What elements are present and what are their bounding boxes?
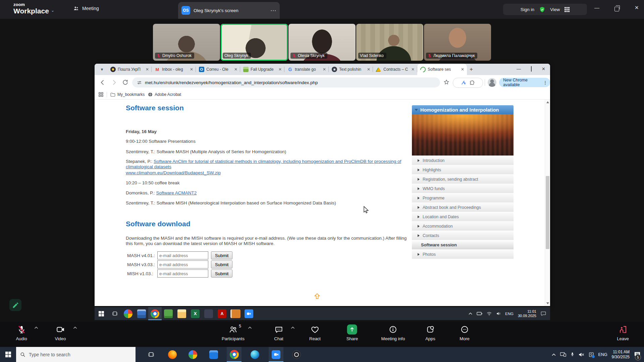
- remote-app-monitor-icon[interactable]: [121, 307, 135, 320]
- remote-app-zoom-icon[interactable]: [242, 307, 256, 320]
- email-field[interactable]: [157, 260, 208, 268]
- budapest-zip-link[interactable]: www.climahom.eu/Download/Budapest_SW.zip: [126, 170, 221, 175]
- sidebar-item-registration[interactable]: Registration, sending abstract: [412, 175, 514, 184]
- remote-language-indicator[interactable]: ENG: [505, 312, 514, 316]
- scrollbar-thumb[interactable]: [546, 176, 549, 249]
- anclim-link[interactable]: Software AnClim for tutorial of statisti…: [126, 159, 401, 169]
- acmant2-link[interactable]: Software ACMANT2: [156, 190, 197, 195]
- reload-icon[interactable]: [122, 79, 128, 85]
- taskbar-app-obs-icon[interactable]: [289, 347, 304, 362]
- sign-in-button[interactable]: Sign in: [521, 7, 534, 12]
- sidebar-item-abstract-book[interactable]: Abstract book and Proceedings: [412, 203, 514, 212]
- react-button[interactable]: React: [309, 324, 321, 341]
- start-button[interactable]: [0, 347, 16, 362]
- tab-search-chevron-icon[interactable]: ▼: [98, 65, 106, 73]
- sidebar-item-introduction[interactable]: Introduction: [412, 156, 514, 165]
- video-button[interactable]: Video: [55, 324, 66, 341]
- remote-app-excel-icon[interactable]: X: [189, 307, 202, 320]
- new-chrome-available-button[interactable]: New Chrome available ⋮: [499, 78, 550, 87]
- submit-button[interactable]: Submit: [211, 269, 232, 278]
- more-button[interactable]: More: [460, 324, 470, 341]
- close-tab-icon[interactable]: ✕: [411, 67, 415, 72]
- browser-close-button[interactable]: ✕: [542, 66, 545, 71]
- email-field[interactable]: [157, 251, 208, 259]
- browser-tab[interactable]: Пошта УкрП ✕: [107, 64, 152, 75]
- tray-chevron-icon[interactable]: [552, 353, 556, 356]
- bookmark-folder[interactable]: My_bookmarks: [110, 92, 145, 97]
- remote-clock[interactable]: 11:01 30.09.2025: [518, 309, 536, 318]
- tray-sync-icon[interactable]: [589, 352, 594, 357]
- chat-options-chevron-icon[interactable]: [291, 326, 295, 329]
- submit-button[interactable]: Submit: [211, 251, 232, 259]
- remote-file-explorer-icon[interactable]: [175, 307, 189, 320]
- remote-notifications-icon[interactable]: [541, 311, 546, 316]
- taskbar-app-edge-icon[interactable]: [248, 347, 262, 362]
- video-tile[interactable]: Dmytro Oshurok: [153, 24, 220, 61]
- remote-app-notebook-icon[interactable]: [229, 307, 242, 320]
- site-settings-icon[interactable]: [137, 80, 142, 85]
- sidebar-item-software-session-active[interactable]: Software session: [412, 240, 514, 249]
- browser-tab-active[interactable]: Software ses ✕: [417, 64, 467, 75]
- video-tile[interactable]: Vlad Sidenko: [356, 24, 423, 61]
- language-indicator[interactable]: ENG: [598, 352, 607, 357]
- remote-app-save-icon[interactable]: [135, 307, 148, 320]
- remote-battery-icon[interactable]: [477, 312, 482, 315]
- chat-button[interactable]: Chat: [274, 324, 283, 341]
- tray-mic-icon[interactable]: [571, 352, 574, 357]
- task-view-button[interactable]: [144, 347, 158, 362]
- browser-menu-icon[interactable]: ⋮: [543, 80, 547, 85]
- apps-grid-icon[interactable]: [99, 92, 103, 97]
- submit-button[interactable]: Submit: [211, 260, 232, 268]
- email-field[interactable]: [157, 269, 208, 278]
- video-options-chevron-icon[interactable]: [73, 326, 77, 329]
- tray-volume-muted-icon[interactable]: [579, 352, 584, 357]
- new-tab-button[interactable]: +: [470, 66, 473, 73]
- sidebar-item-accommodation[interactable]: Accommodation: [412, 222, 514, 231]
- video-tile[interactable]: Людмила Паламарчук: [424, 24, 491, 61]
- audio-options-chevron-icon[interactable]: [35, 326, 38, 329]
- sidebar-item-highlights[interactable]: Highlights: [412, 165, 514, 174]
- audio-button[interactable]: Audio: [16, 324, 27, 341]
- close-tab-icon[interactable]: ✕: [145, 67, 150, 72]
- extensions-puzzle-icon[interactable]: [470, 80, 475, 86]
- workspace-chevron-down-icon[interactable]: ⌄: [51, 8, 54, 13]
- profile-avatar[interactable]: [488, 78, 496, 87]
- sidebar-item-wmo-funds[interactable]: WMO funds: [412, 184, 514, 193]
- remote-app-notes-icon[interactable]: [162, 307, 175, 320]
- remote-app-acrobat-icon[interactable]: A: [215, 307, 229, 320]
- remote-start-button[interactable]: [95, 307, 108, 320]
- taskbar-app-chrome-icon[interactable]: [227, 347, 241, 362]
- browser-minimize-button[interactable]: —: [517, 66, 521, 71]
- forward-icon[interactable]: [111, 79, 117, 86]
- remote-app-chrome-icon[interactable]: [148, 307, 162, 320]
- close-tab-icon[interactable]: ✕: [322, 67, 327, 72]
- close-tab-icon[interactable]: ✕: [278, 67, 282, 72]
- sidebar-header[interactable]: Homogenization and Interpolation: [412, 105, 514, 114]
- view-button[interactable]: View: [550, 7, 560, 12]
- share-button[interactable]: Share: [346, 324, 358, 341]
- browser-tab[interactable]: M Inbox - oleg ✕: [152, 64, 196, 75]
- taskbar-app-zoom-icon[interactable]: [269, 347, 283, 362]
- video-tile[interactable]: Olesia Skrynyk: [288, 24, 356, 61]
- tray-display-icon[interactable]: [560, 352, 566, 357]
- taskbar-app-photos-icon[interactable]: [185, 347, 200, 362]
- performance-icon[interactable]: [461, 80, 466, 85]
- video-tile-active-speaker[interactable]: Oleg Skrynyk: [221, 24, 288, 61]
- security-shield-icon[interactable]: [539, 6, 545, 13]
- restore-window-button[interactable]: [614, 7, 619, 11]
- tab-meeting[interactable]: Meeting: [73, 5, 99, 11]
- address-bar[interactable]: met.hu/en/rolunk/rendezvenyek/homogeniza…: [132, 77, 440, 87]
- close-tab-icon[interactable]: ✕: [189, 67, 194, 72]
- scroll-down-icon[interactable]: [546, 302, 549, 304]
- apps-button[interactable]: Apps: [425, 324, 435, 341]
- meeting-info-button[interactable]: Meeting info: [381, 324, 405, 341]
- sidebar-item-programme[interactable]: Programme: [412, 193, 514, 202]
- close-window-button[interactable]: ✕: [635, 5, 639, 11]
- taskbar-clock[interactable]: 11:01 AM 9/30/2025: [612, 350, 630, 360]
- close-tab-icon[interactable]: ✕: [233, 67, 238, 72]
- close-tab-icon[interactable]: ✕: [460, 67, 465, 72]
- leave-button[interactable]: Leave: [617, 324, 629, 341]
- taskbar-app-firefox-icon[interactable]: [165, 347, 180, 362]
- page-scrollbar[interactable]: [545, 100, 550, 306]
- taskbar-search-box[interactable]: Type here to search: [16, 347, 136, 362]
